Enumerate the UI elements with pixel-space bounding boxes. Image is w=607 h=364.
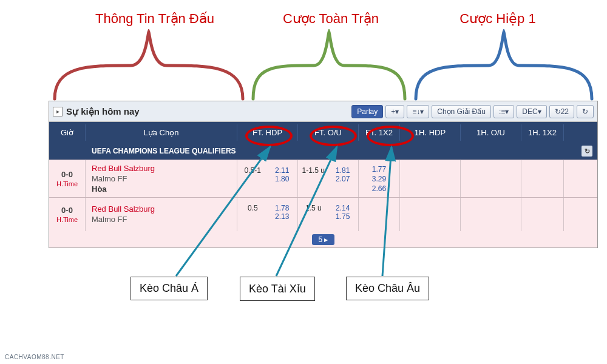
draw-label[interactable]: Hòa xyxy=(92,184,236,194)
choose-league-button[interactable]: Chọn Giải Đấu xyxy=(432,105,491,118)
betting-panel: ▸ Sự kiện hôm nay Parlay + ▾ ≡↓ ▾ Chọn G… xyxy=(49,101,598,248)
away-team[interactable]: Malmo FF xyxy=(92,215,236,224)
ft-ou-cell[interactable]: 1-1.5 u 1.81 2.07 xyxy=(298,160,359,197)
annotation-full-time: Cược Toàn Trận xyxy=(270,11,392,27)
hdp-away-odds[interactable]: 1.80 xyxy=(270,175,296,183)
parlay-button[interactable]: Parlay xyxy=(351,105,383,118)
ou-line-under: u xyxy=(317,204,322,212)
list-icon: :≡ xyxy=(499,107,505,116)
add-button[interactable]: + ▾ xyxy=(385,105,404,118)
ou-line-over: 1.5 xyxy=(305,204,316,212)
1h-1x2-cell[interactable] xyxy=(521,160,564,197)
brace-first-half xyxy=(413,29,595,102)
score: 0-0 xyxy=(50,170,84,179)
1h-ou-cell[interactable] xyxy=(461,198,521,231)
annotation-match-info: Thông Tin Trận Đấu xyxy=(76,11,234,27)
reload-icon: ↻ xyxy=(582,107,588,116)
sort-button[interactable]: ≡↓ ▾ xyxy=(407,105,429,118)
league-row: UEFA CHAMPIONS LEAGUE QUALIFIERS ↻ xyxy=(49,143,597,160)
league-name: UEFA CHAMPIONS LEAGUE QUALIFIERS xyxy=(92,147,236,155)
pager: 5 ▸ xyxy=(49,231,597,248)
callout-euro: Kèo Châu Âu xyxy=(346,277,429,300)
plus-icon: + xyxy=(391,107,395,116)
ft-hdp-cell[interactable]: 0.5-1 2.11 1.80 xyxy=(237,160,298,197)
ft-1x2-cell[interactable] xyxy=(359,198,400,231)
table-row: 0-0 H.Time Red Bull Salzburg Malmo FF Hò… xyxy=(49,160,597,197)
ou-under-odds[interactable]: 1.75 xyxy=(330,212,356,221)
col-selection: Lựa Chọn xyxy=(86,124,237,141)
panel-header: ▸ Sự kiện hôm nay Parlay + ▾ ≡↓ ▾ Chọn G… xyxy=(49,101,597,122)
1h-ou-cell[interactable] xyxy=(461,160,521,197)
1x2-draw[interactable]: 3.29 xyxy=(360,175,398,183)
pager-next-button[interactable]: 5 ▸ xyxy=(312,234,334,245)
away-team[interactable]: Malmo FF xyxy=(92,174,236,183)
panel-title: Sự kiện hôm nay xyxy=(66,106,140,117)
ou-line-over: 1-1.5 xyxy=(302,166,319,175)
match-status: H.Time xyxy=(50,180,84,187)
col-1h-1x2: 1H. 1X2 xyxy=(521,124,564,141)
col-ft-ou: FT. O/U xyxy=(298,124,359,141)
reload-button[interactable]: ↻ xyxy=(577,105,594,118)
ou-under-odds[interactable]: 2.07 xyxy=(330,175,356,183)
league-refresh-icon[interactable]: ↻ xyxy=(582,146,592,157)
table-row: 0-0 H.Time Red Bull Salzburg Malmo FF 0.… xyxy=(49,197,597,231)
hdp-home-odds[interactable]: 1.78 xyxy=(270,204,296,212)
callout-over-under: Kèo Tài Xỉu xyxy=(240,277,315,301)
hdp-home-odds[interactable]: 2.11 xyxy=(270,166,296,175)
annotation-first-half: Cược Hiệp 1 xyxy=(437,11,558,27)
1h-hdp-cell[interactable] xyxy=(400,198,461,231)
home-team[interactable]: Red Bull Salzburg xyxy=(92,204,236,214)
1x2-home[interactable]: 1.77 xyxy=(360,165,398,174)
month-label: DEC xyxy=(522,107,537,116)
match-status: H.Time xyxy=(50,216,84,223)
time-cell: 0-0 H.Time xyxy=(49,198,86,231)
refresh-icon: ↻ xyxy=(555,107,561,116)
ou-over-odds[interactable]: 1.81 xyxy=(330,166,356,175)
table-header: Giờ Lựa Chọn FT. HDP FT. O/U FT. 1X2 1H.… xyxy=(49,122,597,143)
1h-hdp-cell[interactable] xyxy=(400,160,461,197)
1h-1x2-cell[interactable] xyxy=(521,198,564,231)
brace-match-info xyxy=(52,29,246,102)
expand-icon[interactable]: ▸ xyxy=(53,107,63,116)
col-ft-1x2: FT. 1X2 xyxy=(359,124,400,141)
col-1h-ou: 1H. O/U xyxy=(461,124,521,141)
hdp-line: 0.5 xyxy=(248,204,258,212)
callout-asian: Kèo Châu Á xyxy=(131,277,208,300)
refresh-count: 22 xyxy=(561,107,569,116)
view-button[interactable]: :≡ ▾ xyxy=(493,105,514,118)
ft-1x2-cell[interactable]: 1.77 3.29 2.66 xyxy=(359,160,400,197)
ft-hdp-cell[interactable]: 0.5 1.78 2.13 xyxy=(237,198,298,231)
col-ft-hdp: FT. HDP xyxy=(237,124,298,141)
ou-line-under: u xyxy=(320,166,325,175)
selection-cell: Red Bull Salzburg Malmo FF xyxy=(86,198,237,231)
ou-over-odds[interactable]: 2.14 xyxy=(330,204,356,212)
hdp-line: 0.5-1 xyxy=(245,166,261,175)
time-cell: 0-0 H.Time xyxy=(49,160,86,197)
1x2-away[interactable]: 2.66 xyxy=(360,184,398,193)
col-1h-hdp: 1H. HDP xyxy=(400,124,461,141)
ft-ou-cell[interactable]: 1.5 u 2.14 1.75 xyxy=(298,198,359,231)
home-team[interactable]: Red Bull Salzburg xyxy=(92,164,236,173)
col-time: Giờ xyxy=(49,124,86,141)
hdp-away-odds[interactable]: 2.13 xyxy=(270,212,296,221)
refresh-count-button[interactable]: ↻22 xyxy=(549,105,574,118)
sort-icon: ≡↓ xyxy=(412,107,420,116)
score: 0-0 xyxy=(50,206,84,215)
selection-cell: Red Bull Salzburg Malmo FF Hòa xyxy=(86,160,237,197)
month-button[interactable]: DEC ▾ xyxy=(517,105,546,118)
watermark: CACHVAOM88.NET xyxy=(5,354,64,360)
brace-full-time xyxy=(250,29,408,102)
